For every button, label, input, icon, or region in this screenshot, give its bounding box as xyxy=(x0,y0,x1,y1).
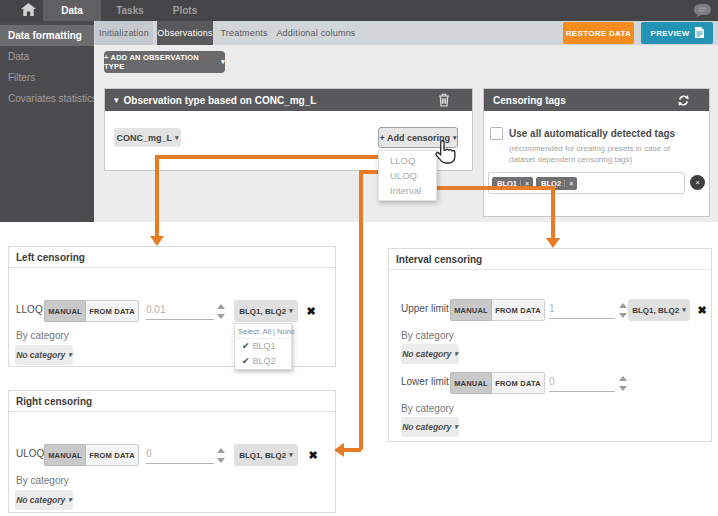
upper-limit-value-input[interactable]: 1 xyxy=(549,299,615,319)
select-all-link[interactable]: All xyxy=(263,327,271,336)
uloq-tags-dropdown[interactable]: BLQ1, BLQ2 ▾ xyxy=(234,444,298,466)
sidebar-item-covariates-statistics[interactable]: Covariates statistics xyxy=(0,88,94,109)
interval-arrow-line xyxy=(437,186,555,190)
collapse-caret-icon[interactable]: ▾ xyxy=(114,95,119,105)
upper-limit-tags-dropdown[interactable]: BLQ1, BLQ2 ▾ xyxy=(628,299,690,321)
comment-bubble-icon xyxy=(693,4,712,21)
feedback-button[interactable] xyxy=(693,3,713,19)
censoring-tags-input[interactable]: BLQ1 × BLQ2 × xyxy=(488,172,685,194)
remove-uloq-button[interactable]: ✖ xyxy=(305,445,321,465)
stepper-down-icon[interactable] xyxy=(217,314,225,319)
remove-interval-button[interactable]: ✖ xyxy=(694,300,710,320)
censoring-tags-title: Censoring tags xyxy=(493,95,677,106)
menu-item-lloq[interactable]: LLOQ xyxy=(379,153,436,168)
lloq-tags-dropdown[interactable]: BLQ1, BLQ2 ▾ xyxy=(234,300,298,322)
tab-treatments[interactable]: Treatments xyxy=(217,21,271,45)
from-data-button[interactable]: FROM DATA xyxy=(86,300,139,322)
restore-data-button[interactable]: RESTORE DATA xyxy=(563,22,634,44)
select-none-link[interactable]: None xyxy=(277,327,295,336)
interval-censoring-panel: Interval censoring Upper limit MANUAL FR… xyxy=(388,248,712,442)
observation-type-panel-header[interactable]: ▾ Observation type based on CONC_mg_L xyxy=(105,89,472,111)
manual-button[interactable]: MANUAL xyxy=(450,299,492,321)
uloq-label: ULOQ xyxy=(16,443,44,465)
interval-arrow-line xyxy=(551,186,555,238)
lower-limit-label: Lower limit xyxy=(401,371,449,393)
by-category-label: By category xyxy=(401,403,454,414)
menu-item-uloq[interactable]: ULOQ xyxy=(379,168,436,183)
remove-tag-icon[interactable]: × xyxy=(564,180,577,187)
lloq-value-input[interactable]: 0.01 xyxy=(146,300,214,320)
sidebar-item-filters[interactable]: Filters xyxy=(0,67,94,88)
caret-down-icon: ▾ xyxy=(289,307,293,315)
home-button[interactable] xyxy=(12,0,44,21)
uloq-arrow-line xyxy=(359,170,363,450)
use-detected-tags-checkbox[interactable] xyxy=(490,127,503,140)
mouse-cursor-hand-icon xyxy=(433,139,458,170)
app-window: Data Tasks Plots Data formatting Data Fi… xyxy=(0,0,718,516)
trash-icon xyxy=(438,93,450,107)
manual-button[interactable]: MANUAL xyxy=(44,300,86,322)
sidebar-item-data-formatting[interactable]: Data formatting xyxy=(0,25,94,46)
remove-lloq-button[interactable]: ✖ xyxy=(303,301,319,321)
top-tab-data[interactable]: Data xyxy=(43,0,101,21)
delete-observation-type-button[interactable] xyxy=(438,93,450,107)
lower-limit-stepper[interactable] xyxy=(619,376,628,391)
censoring-tags-body: Use all automatically detected tags (rec… xyxy=(484,111,709,216)
tab-observations[interactable]: Observations xyxy=(157,21,213,45)
from-data-button[interactable]: FROM DATA xyxy=(86,444,139,466)
lower-limit-value-input[interactable]: 0 xyxy=(549,372,615,392)
category-dropdown[interactable]: No category ▾ xyxy=(15,490,73,510)
tab-initialization[interactable]: Initialization xyxy=(95,21,153,45)
sidebar-item-data[interactable]: Data xyxy=(0,46,94,67)
lower-limit-source-toggle: MANUAL FROM DATA xyxy=(450,372,545,394)
upper-limit-source-toggle: MANUAL FROM DATA xyxy=(450,299,545,321)
sidebar: Data formatting Data Filters Covariates … xyxy=(0,21,94,222)
document-icon xyxy=(695,27,704,40)
preview-button[interactable]: PREVIEW xyxy=(641,22,713,44)
manual-button[interactable]: MANUAL xyxy=(450,372,492,394)
uloq-value-stepper[interactable] xyxy=(217,448,226,463)
category-dropdown[interactable]: No category ▾ xyxy=(401,344,459,364)
tag-option-blq1[interactable]: ✔BLQ1 xyxy=(235,339,291,354)
stepper-up-icon[interactable] xyxy=(217,448,225,453)
category-dropdown[interactable]: No category ▾ xyxy=(15,345,73,365)
add-observation-type-label: + ADD AN OBSERVATION TYPE xyxy=(104,53,217,71)
category-dropdown[interactable]: No category ▾ xyxy=(401,417,459,437)
tag-option-label: BLQ1 xyxy=(253,341,276,351)
clear-all-tags-button[interactable]: × xyxy=(690,175,705,190)
right-censoring-title: Right censoring xyxy=(9,391,335,412)
stepper-down-icon[interactable] xyxy=(619,313,627,318)
uloq-value-input[interactable]: 0 xyxy=(146,444,214,464)
caret-down-icon: ▾ xyxy=(221,58,225,66)
censoring-tags-note: (recommended for creating presets in cas… xyxy=(509,144,695,165)
upper-limit-stepper[interactable] xyxy=(619,303,628,318)
interval-arrowhead xyxy=(546,238,560,248)
uloq-tags-label: BLQ1, BLQ2 xyxy=(239,451,286,460)
category-label: No category xyxy=(16,495,65,505)
stepper-up-icon[interactable] xyxy=(217,304,225,309)
top-tab-tasks[interactable]: Tasks xyxy=(101,0,159,21)
lloq-tags-open-dropdown: Select: All | None ✔BLQ1 ✔BLQ2 xyxy=(234,323,292,370)
lloq-tags-label: BLQ1, BLQ2 xyxy=(239,307,286,316)
stepper-up-icon[interactable] xyxy=(619,303,627,308)
manual-button[interactable]: MANUAL xyxy=(44,444,86,466)
stepper-down-icon[interactable] xyxy=(217,458,225,463)
lloq-arrow-line xyxy=(155,155,159,236)
tag-option-blq2[interactable]: ✔BLQ2 xyxy=(235,354,291,369)
stepper-up-icon[interactable] xyxy=(619,376,627,381)
refresh-tags-button[interactable] xyxy=(677,94,690,107)
select-all-none-row: Select: All | None xyxy=(235,324,291,339)
from-data-button[interactable]: FROM DATA xyxy=(492,299,545,321)
tag-option-label: BLQ2 xyxy=(253,356,276,366)
uloq-arrow-line xyxy=(343,448,361,452)
add-observation-type-button[interactable]: + ADD AN OBSERVATION TYPE ▾ xyxy=(104,51,225,73)
censoring-tags-panel: Censoring tags Use all automatically det… xyxy=(483,88,710,217)
from-data-button[interactable]: FROM DATA xyxy=(492,372,545,394)
top-tab-plots[interactable]: Plots xyxy=(159,0,211,21)
menu-item-interval[interactable]: Interval xyxy=(379,183,436,198)
tab-additional-columns[interactable]: Additional columns xyxy=(273,21,359,45)
caret-down-icon: ▾ xyxy=(454,423,458,431)
stepper-down-icon[interactable] xyxy=(619,386,627,391)
lloq-value-stepper[interactable] xyxy=(217,304,226,319)
observation-column-dropdown[interactable]: CONC_mg_L ▾ xyxy=(114,128,181,147)
